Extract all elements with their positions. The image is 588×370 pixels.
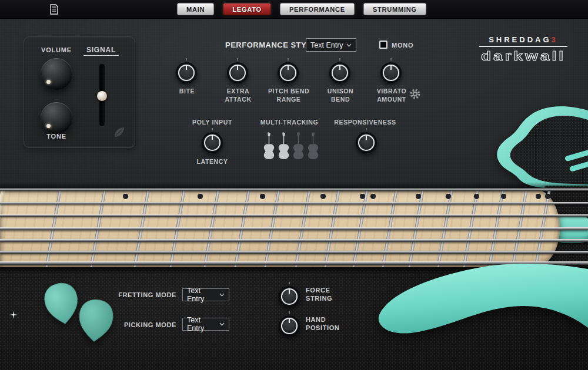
leaf-icon xyxy=(113,126,125,138)
picking-mode-dropdown[interactable]: Text Entry xyxy=(182,318,229,331)
guitar-string-6 xyxy=(0,251,588,254)
volume-knob[interactable] xyxy=(41,58,72,90)
vibrato-amount-knob[interactable] xyxy=(380,62,402,83)
inlay-dot xyxy=(416,194,421,199)
tab-frame-main: MAIN xyxy=(175,1,216,17)
pitch-bend-range-label: PITCH BEND RANGE xyxy=(262,88,315,103)
responsiveness-label: RESPONSIVENESS xyxy=(330,119,400,127)
product-logo: SHREDDAG3 darkwall xyxy=(462,35,585,67)
tab-frame-performance: PERFORMANCE xyxy=(278,1,356,17)
inlay-dot-double xyxy=(545,194,550,199)
multi-tracking-guitar-2-icon[interactable] xyxy=(277,130,290,162)
hand-position-line2: POSITION xyxy=(306,324,347,332)
mono-checkbox[interactable] xyxy=(379,41,387,49)
fretting-mode-label: FRETTING MODE xyxy=(106,291,176,300)
picking-mode-label: PICKING MODE xyxy=(106,321,176,329)
guitar-pick-1 xyxy=(41,279,83,328)
performance-style-value: Text Entry xyxy=(310,41,343,49)
tab-main[interactable]: MAIN xyxy=(177,3,214,15)
inlay-dot-double xyxy=(370,194,376,199)
inlay-dot xyxy=(123,194,128,199)
extra-attack-label: EXTRA ATTACK xyxy=(212,88,265,103)
force-string-label: FORCE STRING xyxy=(306,287,347,302)
inlay-dot xyxy=(501,194,506,199)
performance-style-label: PERFORMANCE STYLE xyxy=(225,41,317,49)
responsiveness-knob[interactable] xyxy=(356,132,377,153)
multi-tracking-label: MULTI-TRACKING xyxy=(254,119,325,127)
tab-frame-strumming: STRUMMING xyxy=(362,1,428,17)
inlay-dot xyxy=(474,194,479,199)
inlay-dot xyxy=(260,194,265,199)
multi-tracking-guitar-3-icon[interactable] xyxy=(292,130,305,162)
guitar-lower-horn xyxy=(360,263,588,358)
tab-legato[interactable]: LEGATO xyxy=(223,3,271,15)
force-string-line1: FORCE xyxy=(306,287,347,295)
bite-knob[interactable] xyxy=(176,62,197,83)
extra-attack-line2: ATTACK xyxy=(212,96,265,104)
latency-knob[interactable] xyxy=(202,132,223,153)
unison-bend-line2: BEND xyxy=(314,96,367,104)
bottom-panel: FRETTING MODE Text Entry PICKING MODE Te… xyxy=(0,267,588,370)
tone-knob[interactable] xyxy=(41,102,72,134)
guitar-string-4 xyxy=(0,227,588,230)
logo-version-text: 3 xyxy=(552,35,558,44)
fretting-mode-value: Text Entry xyxy=(187,287,219,303)
mono-label: MONO xyxy=(392,42,413,49)
multi-tracking-guitar-1-icon[interactable] xyxy=(262,130,276,162)
inlay-dot-double xyxy=(360,194,365,199)
logo-name-text: SHREDDAG xyxy=(489,35,551,44)
unison-bend-label: UNISON BEND xyxy=(314,88,367,103)
pitch-bend-line2: RANGE xyxy=(262,96,315,104)
hand-position-label: HAND POSITION xyxy=(306,316,347,332)
document-icon[interactable] xyxy=(50,4,58,15)
logo-series-name: SHREDDAG3 xyxy=(462,35,585,44)
guitar-string-1 xyxy=(0,189,588,191)
inlay-dot xyxy=(446,194,451,199)
volume-label: VOLUME xyxy=(33,46,80,53)
logo-product-name: darkwall xyxy=(462,48,585,63)
performance-style-dropdown[interactable]: Text Entry xyxy=(306,38,356,52)
fretting-mode-dropdown[interactable]: Text Entry xyxy=(182,288,229,301)
hand-position-line1: HAND xyxy=(306,316,347,324)
logo-divider xyxy=(479,46,567,47)
pitch-bend-range-knob[interactable] xyxy=(278,62,299,83)
tone-label: TONE xyxy=(33,133,80,140)
hand-position-knob[interactable] xyxy=(279,315,300,337)
chevron-down-icon xyxy=(346,43,352,47)
top-bar: MAIN LEGATO PERFORMANCE STRUMMING xyxy=(0,0,588,19)
signal-panel: VOLUME SIGNAL TONE xyxy=(24,36,135,148)
tab-strumming[interactable]: STRUMMING xyxy=(363,3,426,15)
strap-button-sparkle xyxy=(9,311,18,319)
shreddage-darkwall-ui: MAIN LEGATO PERFORMANCE STRUMMING VOLUME… xyxy=(0,0,588,370)
gear-icon[interactable] xyxy=(410,89,420,99)
signal-label: SIGNAL xyxy=(83,46,119,56)
tab-frame-legato: LEGATO xyxy=(221,1,273,17)
inlay-dot-double xyxy=(536,194,541,199)
force-string-line2: STRING xyxy=(306,295,347,303)
poly-input-label: POLY INPUT xyxy=(183,119,242,127)
fretboard-zone xyxy=(0,186,588,269)
extra-attack-line1: EXTRA xyxy=(212,88,265,96)
signal-slider-thumb[interactable] xyxy=(97,91,107,101)
inlay-dot xyxy=(198,194,203,199)
unison-bend-knob[interactable] xyxy=(329,62,350,83)
extra-attack-knob[interactable] xyxy=(227,62,248,83)
tab-performance[interactable]: PERFORMANCE xyxy=(280,3,355,15)
pitch-bend-line1: PITCH BEND xyxy=(262,88,315,96)
legato-page-panel: VOLUME SIGNAL TONE PERFORMANCE STYLE Tex… xyxy=(0,19,588,189)
chevron-down-icon xyxy=(219,322,225,326)
bite-label: BITE xyxy=(161,88,213,96)
multi-tracking-guitar-4-icon[interactable] xyxy=(306,130,320,162)
picking-mode-value: Text Entry xyxy=(187,316,219,332)
guitar-pick-2 xyxy=(76,297,116,344)
latency-label: LATENCY xyxy=(183,158,242,166)
chevron-down-icon xyxy=(219,293,225,297)
guitar-upper-horn xyxy=(487,105,588,189)
guitar-string-3 xyxy=(0,214,588,217)
force-string-knob[interactable] xyxy=(279,286,300,307)
guitar-string-2 xyxy=(0,202,588,204)
guitar-string-5 xyxy=(0,239,588,242)
inlay-dot xyxy=(320,194,326,199)
unison-bend-line1: UNISON xyxy=(314,88,367,96)
tab-bar: MAIN LEGATO PERFORMANCE STRUMMING xyxy=(175,1,428,17)
